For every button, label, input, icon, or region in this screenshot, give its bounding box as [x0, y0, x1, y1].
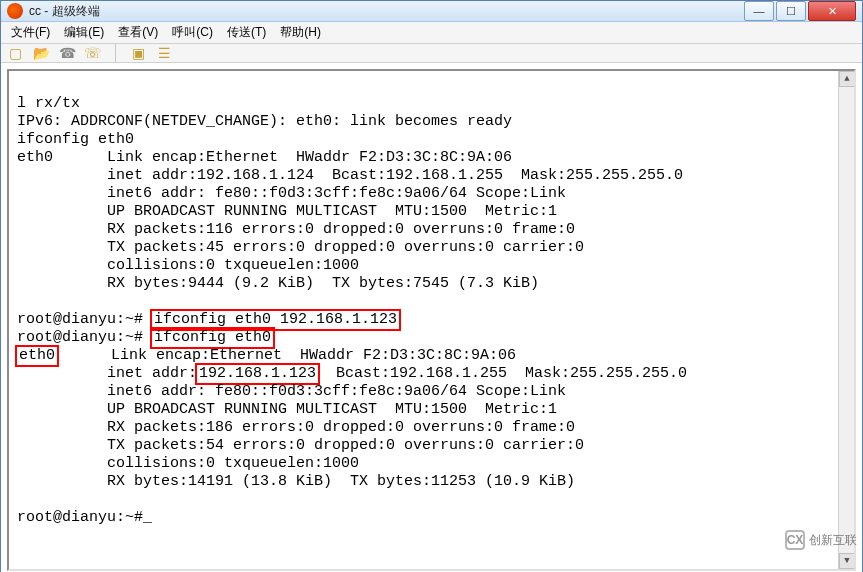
- line: TX packets:54 errors:0 dropped:0 overrun…: [17, 437, 584, 454]
- line: RX bytes:14191 (13.8 KiB) TX bytes:11253…: [17, 473, 575, 490]
- app-window: cc - 超级终端 — ☐ ✕ 文件(F) 编辑(E) 查看(V) 呼叫(C) …: [0, 0, 863, 572]
- menu-transfer[interactable]: 传送(T): [221, 22, 272, 43]
- menu-file[interactable]: 文件(F): [5, 22, 56, 43]
- toolbar-separator: [115, 44, 116, 62]
- line: collisions:0 txqueuelen:1000: [17, 257, 359, 274]
- highlight-interface: eth0: [17, 347, 57, 365]
- terminal-output[interactable]: l rx/tx IPv6: ADDRCONF(NETDEV_CHANGE): e…: [7, 69, 856, 571]
- menu-help[interactable]: 帮助(H): [274, 22, 327, 43]
- toolbar: ▢ 📂 ☎ ☏ ▣ ☰: [1, 44, 862, 63]
- prompt: root@dianyu:~#: [17, 311, 152, 328]
- send-icon[interactable]: ▣: [130, 45, 146, 61]
- line: Bcast:192.168.1.255 Mask:255.255.255.0: [318, 365, 687, 382]
- line: ifconfig eth0: [17, 131, 134, 148]
- line: inet addr:192.168.1.124 Bcast:192.168.1.…: [17, 167, 683, 184]
- scroll-up-icon[interactable]: ▲: [839, 71, 855, 87]
- line: inet6 addr: fe80::f0d3:3cff:fe8c:9a06/64…: [17, 185, 566, 202]
- line: RX bytes:9444 (9.2 KiB) TX bytes:7545 (7…: [17, 275, 539, 292]
- highlight-command-2: ifconfig eth0: [152, 329, 273, 347]
- minimize-button[interactable]: —: [744, 1, 774, 21]
- vertical-scrollbar[interactable]: ▲ ▼: [838, 71, 854, 569]
- line: RX packets:186 errors:0 dropped:0 overru…: [17, 419, 575, 436]
- line: UP BROADCAST RUNNING MULTICAST MTU:1500 …: [17, 203, 557, 220]
- new-icon[interactable]: ▢: [7, 45, 23, 61]
- line: UP BROADCAST RUNNING MULTICAST MTU:1500 …: [17, 401, 557, 418]
- line: inet addr:: [17, 365, 197, 382]
- highlight-command-1: ifconfig eth0 192.168.1.123: [152, 311, 399, 329]
- menu-view[interactable]: 查看(V): [112, 22, 164, 43]
- open-icon[interactable]: 📂: [33, 45, 49, 61]
- highlight-ip: 192.168.1.123: [197, 365, 318, 383]
- disconnect-icon[interactable]: ☏: [85, 45, 101, 61]
- line: IPv6: ADDRCONF(NETDEV_CHANGE): eth0: lin…: [17, 113, 512, 130]
- menu-edit[interactable]: 编辑(E): [58, 22, 110, 43]
- menu-call[interactable]: 呼叫(C): [166, 22, 219, 43]
- menubar: 文件(F) 编辑(E) 查看(V) 呼叫(C) 传送(T) 帮助(H): [1, 22, 862, 44]
- line: collisions:0 txqueuelen:1000: [17, 455, 359, 472]
- maximize-button[interactable]: ☐: [776, 1, 806, 21]
- prompt: root@dianyu:~#: [17, 329, 152, 346]
- window-title: cc - 超级终端: [29, 3, 744, 20]
- line: Link encap:Ethernet HWaddr F2:D3:3C:8C:9…: [57, 347, 516, 364]
- line: RX packets:116 errors:0 dropped:0 overru…: [17, 221, 575, 238]
- scroll-track[interactable]: [839, 87, 854, 553]
- properties-icon[interactable]: ☰: [156, 45, 172, 61]
- line: TX packets:45 errors:0 dropped:0 overrun…: [17, 239, 584, 256]
- titlebar[interactable]: cc - 超级终端 — ☐ ✕: [1, 1, 862, 22]
- prompt-current: root@dianyu:~#_: [17, 509, 152, 526]
- line: eth0 Link encap:Ethernet HWaddr F2:D3:3C…: [17, 149, 512, 166]
- window-controls: — ☐ ✕: [744, 1, 856, 21]
- close-button[interactable]: ✕: [808, 1, 856, 21]
- connect-icon[interactable]: ☎: [59, 45, 75, 61]
- terminal-container: l rx/tx IPv6: ADDRCONF(NETDEV_CHANGE): e…: [1, 63, 862, 572]
- scroll-down-icon[interactable]: ▼: [839, 553, 855, 569]
- app-icon: [7, 3, 23, 19]
- line: l rx/tx: [17, 95, 80, 112]
- line: inet6 addr: fe80::f0d3:3cff:fe8c:9a06/64…: [17, 383, 566, 400]
